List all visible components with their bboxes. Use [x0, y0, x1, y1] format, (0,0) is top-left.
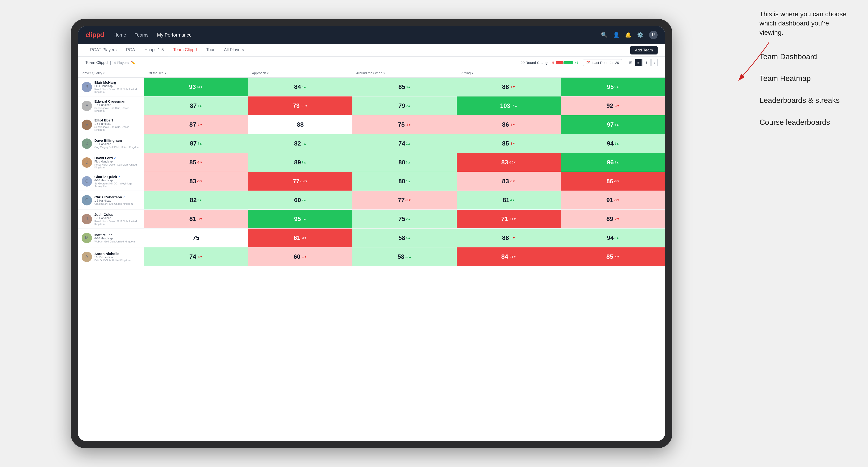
- tab-hcaps[interactable]: Hcaps 1-5: [140, 44, 168, 56]
- score-value: 81: [189, 215, 196, 223]
- score-value: 85: [398, 83, 405, 91]
- annotation-arrow: [712, 38, 778, 90]
- score-cell: 77-3▼: [352, 191, 457, 210]
- tab-tour[interactable]: Tour: [202, 44, 219, 56]
- subnav: PGAT Players PGA Hcaps 1-5 Team Clippd T…: [78, 44, 665, 57]
- table-row: DDavid Ford✓Plus HandicapRoyal North Dev…: [78, 153, 665, 172]
- score-value: 60: [294, 253, 301, 260]
- add-team-button[interactable]: Add Team: [630, 46, 658, 55]
- player-name: Aaron Nicholls: [94, 252, 130, 256]
- player-cell[interactable]: CCharlie Quick✓6-10 HandicapSt. George's…: [78, 172, 144, 191]
- avatar: M: [82, 233, 92, 243]
- nav-item-my-performance[interactable]: My Performance: [157, 32, 192, 38]
- score-cell: 874▲: [144, 134, 248, 153]
- view-grid-button[interactable]: ⊞: [627, 59, 634, 66]
- player-cell[interactable]: EEdward Crossman1-5 HandicapSunningdale …: [78, 96, 144, 115]
- player-cell[interactable]: JJosh Coles1-5 HandicapRoyal North Devon…: [78, 210, 144, 228]
- score-change: 10▲: [405, 255, 411, 258]
- avatar: B: [82, 82, 92, 92]
- view-heat-button[interactable]: 🌡: [643, 59, 651, 66]
- score-change: -2▼: [614, 217, 620, 221]
- score-change: -14▼: [300, 180, 308, 183]
- score-cell: 71-11▼: [457, 210, 561, 228]
- last-rounds-icon: 📅: [586, 61, 591, 65]
- col-header-approach[interactable]: Approach ▾: [248, 69, 352, 77]
- player-handicap: 1-5 Handicap: [94, 143, 140, 146]
- player-name: Blair McHarg: [94, 81, 140, 85]
- player-cell[interactable]: DDave Billingham1-5 HandicapGog Magog Go…: [78, 134, 144, 153]
- main-content: Player Quality ▾ Off the Tee ▾ Approach …: [78, 69, 665, 441]
- edit-icon[interactable]: ✏️: [131, 60, 135, 65]
- score-change: +4▲: [196, 85, 203, 89]
- score-change: -3▼: [405, 123, 411, 126]
- table-row: BBlair McHargPlus HandicapRoyal North De…: [78, 77, 665, 96]
- player-cell[interactable]: AAaron Nicholls11-15 HandicapDrift Golf …: [78, 247, 144, 266]
- player-cell[interactable]: CChris Robertson✓1-5 HandicapCraigmillar…: [78, 191, 144, 210]
- score-value: 84: [501, 253, 508, 260]
- col-header-putting[interactable]: Putting ▾: [457, 69, 561, 77]
- last-rounds-button[interactable]: 📅 Last Rounds: 20: [583, 59, 622, 66]
- bell-icon[interactable]: 🔔: [625, 32, 631, 38]
- score-cell: 85-4▼: [561, 247, 665, 266]
- user-icon[interactable]: 👤: [613, 32, 619, 38]
- score-cell: 60-1▼: [248, 247, 352, 266]
- player-name: Edward Crossman: [94, 99, 140, 103]
- nav-right: 🔍 👤 🔔 ⚙️ U: [601, 31, 658, 39]
- score-cell: 92-3▼: [561, 96, 665, 115]
- score-change: -3▼: [614, 104, 620, 107]
- tab-pga[interactable]: PGA: [121, 44, 140, 56]
- score-change: 15▲: [511, 104, 518, 107]
- player-name: Charlie Quick✓: [94, 175, 140, 179]
- score-cell: 89-2▼: [561, 210, 665, 228]
- col-header-around-green[interactable]: Around the Green ▾: [352, 69, 457, 77]
- col-header-player[interactable]: Player Quality ▾: [78, 69, 144, 77]
- tab-pgat-players[interactable]: PGAT Players: [85, 44, 121, 56]
- team-controls: 20 Round Change -5 +5 📅 Last Rounds: 20 …: [521, 59, 658, 66]
- tab-team-clippd[interactable]: Team Clippd: [168, 44, 202, 56]
- player-handicap: 1-5 Handicap: [94, 217, 140, 220]
- player-cell[interactable]: MMatt Miller6-10 HandicapWoburn Golf Clu…: [78, 228, 144, 247]
- score-cell: 83-10▼: [457, 153, 561, 172]
- player-cell[interactable]: EElliot Ebert1-5 HandicapSunningdale Gol…: [78, 115, 144, 134]
- avatar[interactable]: U: [649, 31, 658, 39]
- score-cell: 943▲: [561, 228, 665, 247]
- team-count: | 14 Players: [110, 61, 129, 65]
- table-row: EEdward Crossman1-5 HandicapSunningdale …: [78, 96, 665, 115]
- score-cell: 5810▲: [352, 247, 457, 266]
- score-cell: 871▲: [144, 96, 248, 115]
- player-club: Gog Magog Golf Club, United Kingdom: [94, 146, 140, 149]
- score-value: 74: [189, 253, 196, 260]
- search-icon[interactable]: 🔍: [601, 32, 607, 38]
- player-name: Chris Robertson✓: [94, 195, 133, 199]
- player-club: Sunningdale Golf Club, United Kingdom: [94, 125, 140, 131]
- round-change-label: 20 Round Change: [521, 61, 549, 65]
- score-change: 2▲: [302, 198, 306, 202]
- score-value: 97: [607, 121, 614, 128]
- score-change: 1▲: [197, 104, 202, 107]
- team-name-section: Team Clippd | 14 Players ✏️: [85, 60, 135, 65]
- player-handicap: 11-15 Handicap: [94, 256, 130, 259]
- score-value: 91: [607, 196, 613, 204]
- view-sort-button[interactable]: ↕: [651, 59, 658, 66]
- tab-all-players[interactable]: All Players: [219, 44, 249, 56]
- nav-item-home[interactable]: Home: [114, 32, 126, 38]
- score-change: -10▼: [509, 161, 516, 164]
- player-cell[interactable]: DDavid Ford✓Plus HandicapRoyal North Dev…: [78, 153, 144, 172]
- col-header-off-tee[interactable]: Off the Tee ▾: [144, 69, 248, 77]
- score-value: 85: [607, 253, 613, 260]
- score-cell: 75-3▼: [352, 115, 457, 134]
- score-cell: 83-6▼: [457, 172, 561, 191]
- score-value: 71: [501, 215, 508, 223]
- score-change: -2▼: [510, 236, 516, 240]
- score-value: 83: [501, 159, 508, 166]
- score-value: 93: [189, 83, 196, 91]
- nav-item-teams[interactable]: Teams: [135, 32, 149, 38]
- score-value: 86: [502, 121, 509, 128]
- player-info: Charlie Quick✓6-10 HandicapSt. George's …: [94, 175, 140, 188]
- score-cell: 941▲: [561, 134, 665, 153]
- player-cell[interactable]: BBlair McHargPlus HandicapRoyal North De…: [78, 77, 144, 96]
- settings-icon[interactable]: ⚙️: [637, 32, 644, 38]
- score-cell: 814▲: [457, 191, 561, 210]
- score-value: 75: [193, 234, 199, 242]
- view-table-button[interactable]: ≡: [635, 59, 642, 66]
